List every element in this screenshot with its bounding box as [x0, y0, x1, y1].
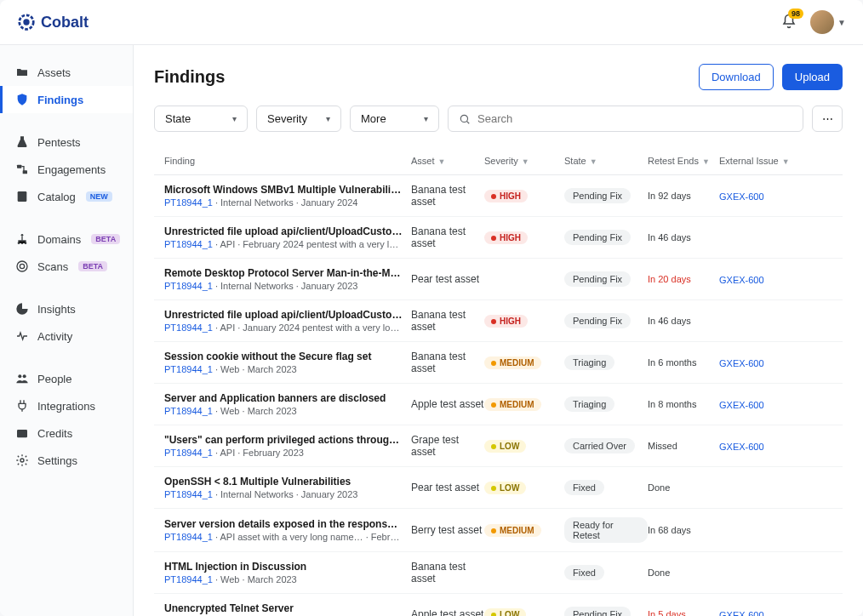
finding-title: Unrestricted file upload api/client/Uplo…	[164, 225, 403, 237]
findings-table-body: Microsoft Windows SMBv1 Multiple Vulnera…	[154, 175, 843, 616]
cell-finding: Unrestricted file upload api/client/Uplo…	[164, 309, 411, 333]
pentest-id-link[interactable]: PT18944_1	[164, 197, 213, 208]
table-row[interactable]: Server and Application banners are discl…	[154, 384, 843, 425]
sidebar-item-catalog[interactable]: CatalogNEW	[0, 183, 133, 210]
sidebar-item-settings[interactable]: Settings	[0, 447, 133, 474]
cell-asset: Pear test asset	[411, 273, 484, 285]
table-row[interactable]: Session cookie without the Secure flag s…	[154, 342, 843, 384]
pentest-id-link[interactable]: PT18944_1	[164, 532, 213, 542]
table-row[interactable]: Unrestricted file upload api/client/Uplo…	[154, 300, 843, 342]
notifications-button[interactable]: 98	[781, 14, 797, 31]
severity-dot-icon	[491, 528, 496, 533]
piechart-icon	[15, 302, 29, 316]
sidebar-item-insights[interactable]: Insights	[0, 295, 133, 322]
sidebar-item-label: Insights	[37, 303, 76, 316]
cell-external: GXEX-600	[719, 356, 791, 369]
filter-more[interactable]: More ▾	[350, 106, 439, 132]
table-row[interactable]: Microsoft Windows SMBv1 Multiple Vulnera…	[154, 175, 843, 217]
table-row[interactable]: Unencrypted Telnet Server PT18944_1 · In…	[154, 594, 843, 616]
pentest-id-link[interactable]: PT18944_1	[164, 448, 213, 458]
external-issue-link[interactable]: GXEX-600	[719, 442, 764, 452]
user-menu[interactable]: ▼	[810, 10, 846, 34]
sidebar-item-integrations[interactable]: Integrations	[0, 392, 133, 419]
svg-point-12	[23, 374, 26, 378]
pentest-id-link[interactable]: PT18944_1	[164, 406, 213, 416]
external-issue-link[interactable]: GXEX-600	[719, 358, 764, 368]
sidebar-item-label: Settings	[37, 454, 77, 467]
cell-external: GXEX-600	[719, 440, 791, 453]
filter-severity[interactable]: Severity ▾	[256, 106, 341, 132]
app-root: Cobalt 98 ▼ AssetsFindingsPentestsEngage…	[0, 0, 863, 616]
search-input[interactable]	[477, 112, 792, 125]
overflow-menu-button[interactable]: ⋯	[812, 106, 843, 132]
pentest-id-link[interactable]: PT18944_1	[164, 281, 213, 291]
pentest-id-link[interactable]: PT18944_1	[164, 322, 213, 333]
external-issue-link[interactable]: GXEX-600	[719, 275, 764, 285]
cell-asset: Apple test asset	[411, 608, 484, 616]
table-row[interactable]: OpenSSH < 8.1 Multiple Vulnerabilities P…	[154, 467, 843, 509]
svg-rect-4	[18, 191, 27, 202]
pentest-id-link[interactable]: PT18944_1	[164, 489, 213, 499]
search-box[interactable]	[448, 106, 803, 132]
cell-retest: In 8 months	[648, 399, 719, 409]
state-pill: Triaging	[564, 396, 614, 412]
sidebar-item-scans[interactable]: ScansBETA	[0, 253, 133, 280]
table-header: Finding Asset▼ Severity▼ State▼ Retest E…	[154, 147, 843, 175]
sidebar-item-assets[interactable]: Assets	[0, 59, 133, 86]
col-finding[interactable]: Finding	[164, 156, 411, 166]
table-row[interactable]: "Users" can perform privileged actions t…	[154, 425, 843, 467]
cell-severity: LOW	[484, 439, 564, 453]
col-asset[interactable]: Asset▼	[411, 156, 484, 166]
severity-dot-icon	[491, 402, 496, 408]
cell-finding: Server and Application banners are discl…	[164, 392, 411, 416]
external-issue-link[interactable]: GXEX-600	[719, 610, 764, 617]
download-button[interactable]: Download	[699, 64, 774, 90]
target-icon	[15, 260, 29, 273]
sidebar-item-label: Domains	[37, 233, 81, 246]
table-row[interactable]: Unrestricted file upload api/client/Uplo…	[154, 217, 843, 259]
link2-icon	[15, 163, 29, 176]
pulse-icon	[15, 329, 29, 343]
cell-severity: MEDIUM	[484, 397, 564, 412]
badge-new: NEW	[86, 191, 112, 202]
severity-dot-icon	[491, 319, 496, 324]
col-severity[interactable]: Severity▼	[484, 156, 564, 166]
severity-pill: MEDIUM	[484, 524, 541, 537]
col-external[interactable]: External Issue▼	[719, 156, 791, 166]
sidebar-item-findings[interactable]: Findings	[0, 86, 133, 113]
sidebar-item-pentests[interactable]: Pentests	[0, 128, 133, 156]
cell-finding: Server version details exposed in the re…	[164, 518, 411, 542]
cell-asset: Apple test asset	[411, 398, 484, 410]
pentest-id-link[interactable]: PT18944_1	[164, 574, 213, 585]
cell-severity: MEDIUM	[484, 523, 564, 538]
sidebar-item-credits[interactable]: Credits	[0, 419, 133, 447]
sidebar-item-activity[interactable]: Activity	[0, 322, 133, 350]
cell-external: GXEX-600	[719, 190, 791, 202]
state-pill: Ready for Retest	[564, 517, 648, 543]
external-issue-link[interactable]: GXEX-600	[719, 400, 764, 410]
state-pill: Pending Fix	[564, 188, 631, 203]
cell-retest: In 5 days	[648, 609, 719, 616]
external-issue-link[interactable]: GXEX-600	[719, 191, 764, 202]
cell-finding: Remote Desktop Protocol Server Man-in-th…	[164, 267, 411, 291]
pentest-id-link[interactable]: PT18944_1	[164, 239, 213, 249]
col-state[interactable]: State▼	[564, 156, 648, 166]
col-retest[interactable]: Retest Ends▼	[648, 156, 719, 166]
sort-icon: ▼	[438, 157, 446, 166]
cell-state: Triaging	[564, 355, 648, 370]
finding-meta: PT18944_1 · API · February 2024 pentest …	[164, 239, 403, 249]
filter-severity-label: Severity	[267, 112, 307, 125]
table-row[interactable]: Server version details exposed in the re…	[154, 509, 843, 552]
pentest-id-link[interactable]: PT18944_1	[164, 364, 213, 374]
sidebar-item-domains[interactable]: DomainsBETA	[0, 225, 133, 253]
sidebar-item-engagements[interactable]: Engagements	[0, 156, 133, 183]
table-row[interactable]: HTML Injection in Discussion PT18944_1 ·…	[154, 552, 843, 594]
brand-logo[interactable]: Cobalt	[17, 13, 89, 31]
sidebar-item-people[interactable]: People	[0, 365, 133, 392]
upload-button[interactable]: Upload	[782, 64, 843, 90]
state-pill: Carried Over	[564, 438, 635, 453]
sort-icon: ▼	[702, 157, 710, 166]
filter-state[interactable]: State ▾	[154, 106, 248, 132]
cell-retest: In 46 days	[648, 316, 719, 326]
table-row[interactable]: Remote Desktop Protocol Server Man-in-th…	[154, 259, 843, 300]
